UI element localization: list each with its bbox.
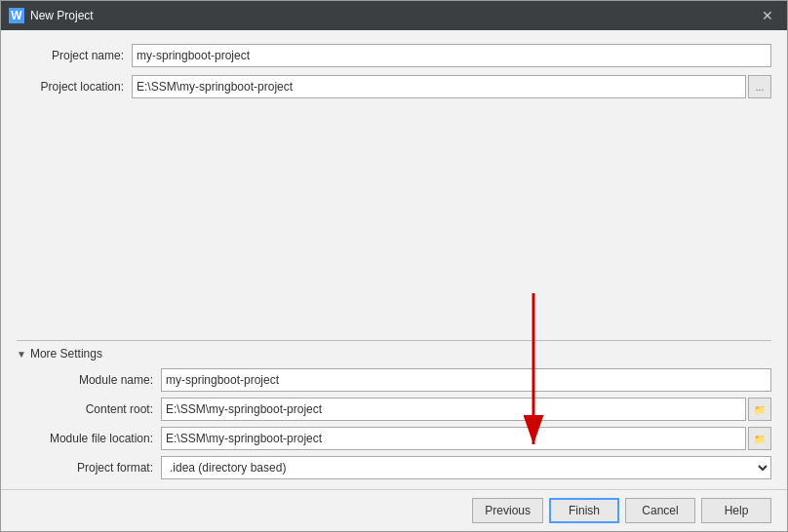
dialog-footer: Previous Finish Cancel Help bbox=[1, 489, 787, 531]
title-bar: W New Project ✕ bbox=[1, 1, 787, 30]
project-location-browse-button[interactable]: ... bbox=[748, 75, 771, 98]
module-file-location-field-group: 📁 bbox=[161, 427, 771, 450]
project-location-input[interactable] bbox=[132, 75, 746, 98]
module-name-row: Module name: bbox=[17, 368, 771, 392]
module-file-location-browse-button[interactable]: 📁 bbox=[748, 427, 771, 450]
spacer bbox=[17, 106, 771, 332]
content-root-field-group: 📁 bbox=[161, 398, 771, 421]
content-root-row: Content root: 📁 bbox=[17, 398, 771, 421]
project-location-label: Project location: bbox=[17, 80, 124, 94]
project-name-row: Project name: bbox=[17, 44, 771, 67]
project-format-row: Project format: .idea (directory based) … bbox=[17, 456, 771, 479]
more-settings-section: ▼ More Settings Module name: Content roo… bbox=[17, 340, 771, 479]
module-name-label: Module name: bbox=[17, 373, 153, 387]
title-bar-left: W New Project bbox=[9, 8, 94, 23]
finish-button[interactable]: Finish bbox=[549, 498, 619, 523]
more-settings-header[interactable]: ▼ More Settings bbox=[17, 347, 771, 361]
collapse-triangle-icon: ▼ bbox=[17, 349, 26, 360]
project-location-field-group: ... bbox=[132, 75, 771, 98]
module-name-input[interactable] bbox=[161, 368, 771, 392]
more-settings-label: More Settings bbox=[30, 347, 102, 361]
help-button[interactable]: Help bbox=[701, 498, 771, 523]
cancel-button[interactable]: Cancel bbox=[625, 498, 695, 523]
project-format-label: Project format: bbox=[17, 461, 153, 475]
project-name-label: Project name: bbox=[17, 49, 124, 62]
project-name-input[interactable] bbox=[132, 44, 771, 67]
app-icon: W bbox=[9, 8, 24, 23]
new-project-dialog: W New Project ✕ Project name: Project lo… bbox=[0, 0, 788, 532]
module-file-location-input[interactable] bbox=[161, 427, 746, 450]
dialog-title: New Project bbox=[30, 9, 94, 22]
content-root-label: Content root: bbox=[17, 402, 153, 416]
dialog-body: Project name: Project location: ... ▼ bbox=[1, 30, 787, 489]
app-icon-label: W bbox=[11, 9, 21, 22]
previous-button[interactable]: Previous bbox=[472, 498, 543, 523]
module-file-location-label: Module file location: bbox=[17, 432, 153, 445]
project-location-row: Project location: ... bbox=[17, 75, 771, 98]
close-button[interactable]: ✕ bbox=[756, 7, 779, 24]
module-file-location-row: Module file location: 📁 bbox=[17, 427, 771, 450]
content-root-input[interactable] bbox=[161, 398, 746, 421]
more-settings-fields: Module name: Content root: 📁 Module file… bbox=[17, 368, 771, 479]
project-format-select[interactable]: .idea (directory based) .ipr (file based… bbox=[161, 456, 771, 479]
content-root-browse-button[interactable]: 📁 bbox=[748, 398, 771, 421]
